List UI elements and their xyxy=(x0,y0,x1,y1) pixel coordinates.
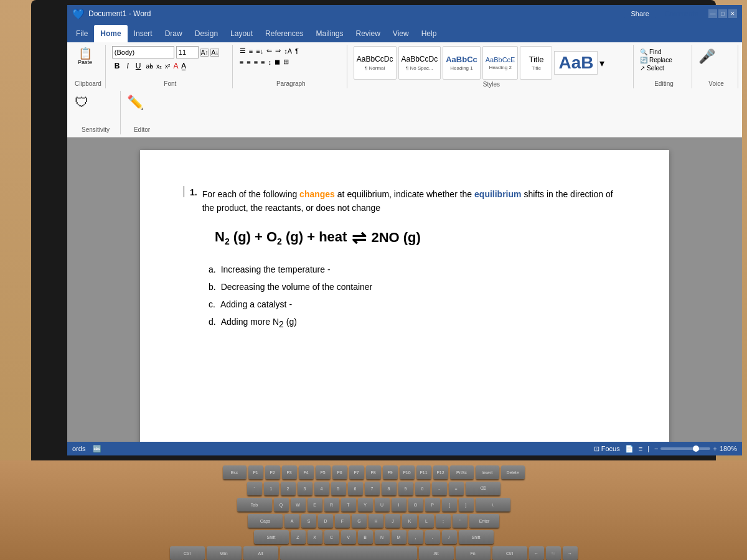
styles-expand-button[interactable]: ▾ xyxy=(599,57,604,69)
key-8[interactable]: 8 xyxy=(382,482,397,495)
key-j[interactable]: J xyxy=(385,514,400,528)
key-shift-right[interactable]: Shift xyxy=(459,530,494,544)
key-2[interactable]: 2 xyxy=(281,482,296,495)
zoom-out-icon[interactable]: − xyxy=(654,445,658,452)
key-f4[interactable]: F4 xyxy=(299,465,314,479)
paste-button[interactable]: 📋 Paste xyxy=(75,46,95,67)
key-i[interactable]: I xyxy=(392,498,406,511)
key-s[interactable]: S xyxy=(301,514,316,528)
key-prtsc[interactable]: PrtSc xyxy=(450,465,474,479)
key-esc[interactable]: Esc xyxy=(223,465,247,479)
key-arrow-up-down[interactable]: ↑↓ xyxy=(546,546,561,560)
multilevel-button[interactable]: ≡↓ xyxy=(255,47,264,55)
share-button[interactable]: Share xyxy=(624,8,655,19)
zoom-in-icon[interactable]: + xyxy=(713,445,716,452)
minimize-button[interactable]: — xyxy=(708,9,717,18)
key-minus[interactable]: - xyxy=(432,482,447,495)
sort-button[interactable]: ↕A xyxy=(283,47,293,55)
key-ctrl-right[interactable]: Ctrl xyxy=(492,546,527,560)
justify-button[interactable]: ≡ xyxy=(260,58,265,67)
style-heading2-button[interactable]: AaBbCcE Heading 2 xyxy=(482,46,519,80)
bold-button[interactable]: B xyxy=(112,60,123,72)
key-r[interactable]: R xyxy=(324,498,339,511)
key-4[interactable]: 4 xyxy=(314,482,329,495)
font-color-button[interactable]: A xyxy=(172,61,179,71)
editor-button[interactable]: ✏️ xyxy=(127,95,144,111)
key-5[interactable]: 5 xyxy=(331,482,346,495)
key-e[interactable]: E xyxy=(308,498,322,511)
key-f3[interactable]: F3 xyxy=(282,465,297,479)
key-f12[interactable]: F12 xyxy=(433,465,448,479)
key-0[interactable]: 0 xyxy=(415,482,430,495)
tab-review[interactable]: Review xyxy=(350,25,387,42)
key-slash[interactable]: / xyxy=(442,530,457,544)
sensitivity-button[interactable]: 🛡 xyxy=(75,95,88,111)
tab-design[interactable]: Design xyxy=(189,25,224,42)
key-1[interactable]: 1 xyxy=(264,482,279,495)
key-quote[interactable]: ' xyxy=(453,514,467,528)
key-7[interactable]: 7 xyxy=(365,482,380,495)
key-f7[interactable]: F7 xyxy=(349,465,364,479)
key-enter[interactable]: Enter xyxy=(469,514,499,528)
key-arrow-right[interactable]: → xyxy=(563,546,578,560)
key-tab[interactable]: Tab xyxy=(237,498,272,511)
key-f1[interactable]: F1 xyxy=(248,465,263,479)
key-9[interactable]: 9 xyxy=(398,482,413,495)
find-button[interactable]: 🔍 Find xyxy=(640,49,672,55)
tab-insert[interactable]: Insert xyxy=(128,25,159,42)
tab-references[interactable]: References xyxy=(259,25,309,42)
focus-button[interactable]: ⊡ Focus xyxy=(594,445,620,453)
key-f8[interactable]: F8 xyxy=(366,465,381,479)
key-insert[interactable]: Insert xyxy=(476,465,499,479)
key-o[interactable]: O xyxy=(408,498,423,511)
key-y[interactable]: Y xyxy=(358,498,373,511)
key-arrow-left[interactable]: ← xyxy=(529,546,544,560)
zoom-track[interactable] xyxy=(660,447,710,450)
key-3[interactable]: 3 xyxy=(298,482,312,495)
key-equals[interactable]: = xyxy=(449,482,464,495)
align-right-button[interactable]: ≡ xyxy=(253,58,258,67)
key-caps[interactable]: Caps xyxy=(248,514,283,528)
replace-button[interactable]: 🔄 Replace xyxy=(640,57,672,63)
key-f11[interactable]: F11 xyxy=(416,465,431,479)
key-backspace[interactable]: ⌫ xyxy=(466,482,500,495)
style-heading1-button[interactable]: AaBbCc Heading 1 xyxy=(443,46,481,80)
key-comma[interactable]: , xyxy=(408,530,423,544)
tab-layout[interactable]: Layout xyxy=(224,25,259,42)
line-spacing-button[interactable]: ↕ xyxy=(268,58,273,67)
key-fn[interactable]: Fn xyxy=(456,546,491,560)
key-period[interactable]: . xyxy=(425,530,440,544)
strikethrough-button[interactable]: ab̶ xyxy=(146,62,154,70)
key-g[interactable]: G xyxy=(352,514,367,528)
key-f10[interactable]: F10 xyxy=(400,465,415,479)
numbering-button[interactable]: ≡ xyxy=(248,47,253,55)
key-z[interactable]: Z xyxy=(291,530,306,544)
key-6[interactable]: 6 xyxy=(348,482,363,495)
style-nospace-button[interactable]: AaBbCcDc ¶ No Spac... xyxy=(398,46,441,80)
tab-draw[interactable]: Draw xyxy=(159,25,189,42)
key-delete[interactable]: Delete xyxy=(501,465,525,479)
key-h[interactable]: H xyxy=(369,514,383,528)
italic-button[interactable]: I xyxy=(124,60,131,72)
key-backtick[interactable]: ` xyxy=(247,482,262,495)
increase-indent-button[interactable]: ⇒ xyxy=(275,46,281,55)
key-k[interactable]: K xyxy=(402,514,417,528)
key-space[interactable] xyxy=(280,546,417,560)
highlight-button[interactable]: A̲ xyxy=(181,61,187,71)
key-m[interactable]: M xyxy=(392,530,406,544)
tab-file[interactable]: File xyxy=(70,25,94,42)
dictate-button[interactable]: 🎤 xyxy=(698,49,715,65)
key-n[interactable]: N xyxy=(375,530,390,544)
key-alt-left[interactable]: Alt xyxy=(243,546,278,560)
subscript-button[interactable]: x₂ xyxy=(156,62,162,70)
align-left-button[interactable]: ≡ xyxy=(239,58,244,67)
key-w[interactable]: W xyxy=(291,498,306,511)
underline-button[interactable]: U xyxy=(133,60,144,72)
borders-button[interactable]: ⊞ xyxy=(283,57,289,67)
font-shrink-button[interactable]: A↓ xyxy=(210,49,219,57)
key-f[interactable]: F xyxy=(335,514,350,528)
key-win[interactable]: Win xyxy=(207,546,242,560)
tab-mailings[interactable]: Mailings xyxy=(309,25,349,42)
decrease-indent-button[interactable]: ⇐ xyxy=(266,46,273,55)
font-grow-button[interactable]: A↑ xyxy=(200,49,209,57)
